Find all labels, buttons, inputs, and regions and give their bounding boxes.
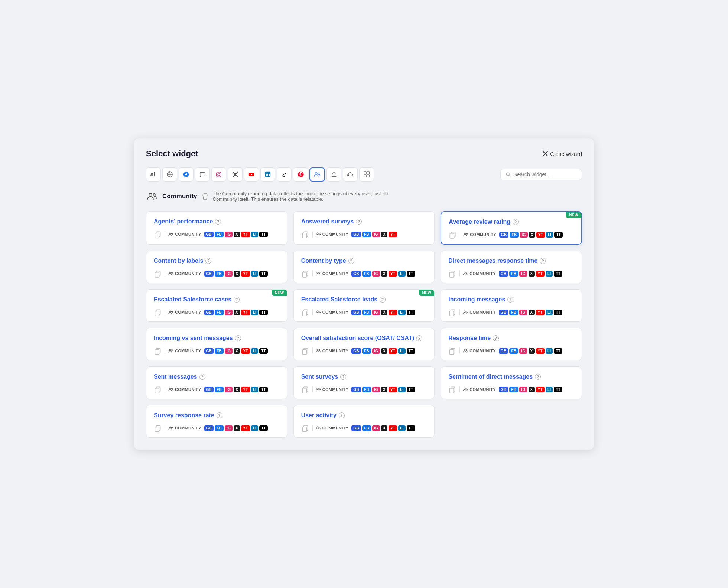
widget-card-sent-messages[interactable]: Sent messages ? COMMUNITY GBFBIGXYTLITT — [146, 366, 287, 399]
svg-rect-29 — [450, 233, 454, 238]
widget-card-direct-messages-response-time[interactable]: Direct messages response time ? COMMUNIT… — [441, 251, 582, 283]
tiktok-icon — [281, 171, 287, 178]
search-widget-box[interactable] — [500, 169, 582, 180]
filter-facebook[interactable] — [179, 167, 194, 182]
copy-icon[interactable] — [154, 270, 162, 278]
platform-tags: GBFBIGXYTLITT — [351, 348, 415, 354]
community-tag: COMMUNITY — [463, 310, 496, 315]
widget-card-escalated-salesforce-cases[interactable]: NEW Escalated Salesforce cases ? COMMUNI… — [146, 289, 287, 322]
copy-icon[interactable] — [154, 385, 162, 393]
platform-tags: GBFBIGXYTLITT — [204, 425, 268, 431]
platform-tag-gb: GB — [204, 425, 214, 431]
widget-card-sent-surveys[interactable]: Sent surveys ? COMMUNITY GBFBIGXYTLITT — [293, 366, 435, 399]
svg-point-55 — [466, 311, 467, 312]
copy-icon[interactable] — [301, 230, 309, 238]
filter-upload[interactable] — [326, 167, 341, 182]
widget-card-escalated-salesforce-leads[interactable]: NEW Escalated Salesforce leads ? COMMUNI… — [293, 289, 435, 322]
platform-tag-tt: TT — [554, 271, 562, 277]
svg-point-2 — [218, 173, 220, 176]
platform-tag-gb: GB — [499, 271, 508, 277]
filter-chat[interactable] — [195, 167, 210, 182]
filter-globe[interactable] — [162, 167, 177, 182]
copy-icon[interactable] — [301, 308, 309, 316]
copy-icon[interactable] — [154, 424, 162, 432]
filter-twitter[interactable] — [228, 167, 243, 182]
card-title: Average review rating ? — [449, 219, 574, 225]
platform-tag-x: X — [234, 232, 240, 237]
svg-rect-11 — [348, 174, 349, 176]
card-title: User activity ? — [301, 412, 427, 419]
copy-icon[interactable] — [448, 347, 456, 355]
divider — [459, 386, 460, 392]
widget-card-incoming-messages[interactable]: Incoming messages ? COMMUNITY GBFBIGXYTL… — [441, 289, 582, 322]
filter-community[interactable] — [309, 167, 325, 182]
new-badge: NEW — [272, 290, 287, 296]
close-wizard-button[interactable]: Close wizard — [543, 151, 582, 157]
platform-tag-fb: FB — [362, 232, 371, 237]
platform-tag-li: LI — [546, 271, 553, 277]
platform-tag-tt: TT — [259, 425, 268, 431]
filter-all[interactable]: All — [146, 167, 161, 182]
copy-icon[interactable] — [301, 385, 309, 393]
platform-tag-fb: FB — [362, 271, 371, 277]
svg-point-23 — [172, 233, 173, 234]
filter-youtube[interactable] — [244, 167, 259, 182]
community-tag: COMMUNITY — [168, 232, 201, 237]
widget-card-content-by-type[interactable]: Content by type ? COMMUNITY GBFBIGXYTLIT… — [293, 251, 435, 283]
copy-icon[interactable] — [301, 424, 309, 432]
platform-tag-yt: YT — [536, 387, 545, 392]
filter-instagram[interactable] — [211, 167, 226, 182]
svg-rect-45 — [155, 311, 159, 316]
filter-grid[interactable] — [359, 167, 374, 182]
widget-card-answered-surveys[interactable]: Answered surveys ? COMMUNITY GBFBIGXYT — [293, 211, 435, 245]
community-tag-icon — [316, 387, 321, 392]
svg-point-78 — [464, 388, 465, 389]
copy-icon[interactable] — [301, 347, 309, 355]
copy-icon[interactable] — [448, 385, 456, 393]
svg-point-51 — [319, 311, 320, 312]
card-title: Direct messages response time ? — [448, 258, 574, 264]
platform-tags: GBFBIGXYTLITT — [351, 310, 415, 315]
copy-icon[interactable] — [448, 270, 456, 278]
widget-card-sentiment-of-direct-messages[interactable]: Sentiment of direct messages ? COMMUNITY… — [441, 366, 582, 399]
widget-card-average-review-rating[interactable]: NEW Average review rating ? COMMUNITY GB… — [441, 211, 582, 245]
widget-card-agents-performance[interactable]: Agents' performance ? COMMUNITY GBFBIGXY… — [146, 211, 287, 245]
community-tag: COMMUNITY — [168, 271, 201, 276]
widget-card-survey-response-rate[interactable]: Survey response rate ? COMMUNITY GBFBIGX… — [146, 405, 287, 438]
community-tag-icon — [316, 232, 321, 237]
platform-tag-tt: TT — [259, 271, 268, 277]
copy-icon[interactable] — [154, 347, 162, 355]
platform-tag-ig: IG — [372, 310, 380, 315]
copy-icon[interactable] — [449, 231, 457, 239]
filter-tiktok[interactable] — [277, 167, 292, 182]
community-tag: COMMUNITY — [463, 387, 496, 392]
widget-card-content-by-labels[interactable]: Content by labels ? COMMUNITY GBFBIGXYTL… — [146, 251, 287, 283]
platform-tag-yt: YT — [389, 271, 397, 277]
widget-card-user-activity[interactable]: User activity ? COMMUNITY GBFBIGXYTLITT — [293, 405, 435, 438]
platform-tag-gb: GB — [351, 271, 361, 277]
search-input[interactable] — [513, 172, 576, 177]
svg-point-22 — [169, 233, 171, 234]
community-tag-icon — [316, 271, 321, 276]
svg-rect-13 — [364, 172, 366, 174]
platform-tag-fb: FB — [215, 387, 224, 392]
filter-pinterest[interactable] — [293, 167, 308, 182]
filter-headphone[interactable] — [343, 167, 358, 182]
widget-card-response-time[interactable]: Response time ? COMMUNITY GBFBIGXYTLITT — [441, 328, 582, 360]
copy-icon[interactable] — [154, 308, 162, 316]
filter-linkedin[interactable] — [260, 167, 275, 182]
copy-icon[interactable] — [301, 270, 309, 278]
widget-card-overall-satisfaction-score[interactable]: Overall satisfaction score (OSAT/ CSAT) … — [293, 328, 435, 360]
svg-point-34 — [169, 272, 171, 274]
copy-icon[interactable] — [154, 230, 162, 238]
svg-point-62 — [317, 349, 318, 351]
widget-card-incoming-vs-sent-messages[interactable]: Incoming vs sent messages ? COMMUNITY GB… — [146, 328, 287, 360]
community-tag: COMMUNITY — [316, 348, 349, 353]
platform-tag-tt: TT — [259, 232, 268, 237]
card-title: Sent messages ? — [154, 373, 280, 380]
copy-icon[interactable] — [448, 308, 456, 316]
community-tag-icon — [463, 271, 468, 276]
svg-rect-77 — [450, 388, 454, 393]
svg-rect-16 — [367, 175, 369, 177]
new-badge: NEW — [419, 290, 434, 296]
